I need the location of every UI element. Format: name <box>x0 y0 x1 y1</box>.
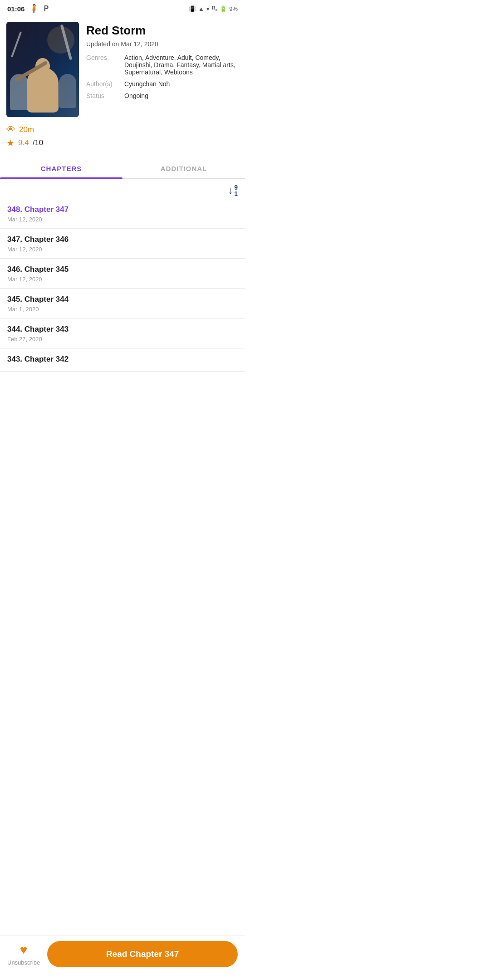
chapter-item-348[interactable]: 348. Chapter 347 Mar 12, 2020 <box>0 199 245 229</box>
manga-cover <box>6 22 79 117</box>
chapter-date-348: Mar 12, 2020 <box>7 216 238 223</box>
person-icon: 🧍 <box>29 4 39 14</box>
sort-num-top: 9 <box>234 184 238 191</box>
status-row: Status Ongoing <box>86 92 239 99</box>
patreon-icon: P <box>44 5 49 13</box>
status-label: Status <box>86 92 119 99</box>
chapter-title-344: 344. Chapter 343 <box>7 325 238 334</box>
author-row: Author(s) Cyungchan Noh <box>86 80 239 88</box>
chapter-title-346: 346. Chapter 345 <box>7 265 238 274</box>
chapter-item-346[interactable]: 346. Chapter 345 Mar 12, 2020 <box>0 259 245 289</box>
network-icon: Rx <box>212 5 217 12</box>
manga-title: Red Storm <box>86 24 239 38</box>
views-count: 20m <box>19 125 34 134</box>
wifi-icon: ▾ <box>206 5 210 12</box>
chapter-item-344[interactable]: 344. Chapter 343 Feb 27, 2020 <box>0 318 245 348</box>
rating-max: /10 <box>33 138 44 147</box>
vibrate-icon: 📳 <box>189 5 196 12</box>
rating-value: 9.4 <box>18 138 29 147</box>
manga-header: 👁 20m ★ 9.4/10 Red Storm Updated on Mar … <box>0 16 245 156</box>
sort-arrow-icon: ↓ <box>228 185 233 196</box>
battery-icon: 🔋 <box>220 5 227 12</box>
battery-percent: 9% <box>229 5 238 12</box>
chapter-date-347: Mar 12, 2020 <box>7 246 238 253</box>
chapter-date-346: Mar 12, 2020 <box>7 276 238 283</box>
status-bar: 01:06 🧍 P 📳 ▲ ▾ Rx 🔋 9% <box>0 0 245 16</box>
chapter-title-348: 348. Chapter 347 <box>7 205 238 214</box>
manga-info: Red Storm Updated on Mar 12, 2020 Genres… <box>86 22 239 104</box>
genres-label: Genres <box>86 54 119 61</box>
manga-updated: Updated on Mar 12, 2020 <box>86 40 239 48</box>
author-label: Author(s) <box>86 80 119 88</box>
rating-star-icon: ★ <box>6 137 15 148</box>
status-icons: 📳 ▲ ▾ Rx 🔋 9% <box>189 5 238 12</box>
genres-value: Action, Adventure, Adult, Comedy, Doujin… <box>124 54 239 76</box>
chapter-date-344: Feb 27, 2020 <box>7 336 238 343</box>
chapter-list: 348. Chapter 347 Mar 12, 2020 347. Chapt… <box>0 199 245 372</box>
chapter-item-343[interactable]: 343. Chapter 342 <box>0 348 245 372</box>
signal-icon: ▲ <box>198 5 204 12</box>
tabs: CHAPTERS ADDITIONAL <box>0 157 245 179</box>
chapter-title-343: 343. Chapter 342 <box>7 355 238 364</box>
chapter-title-345: 345. Chapter 344 <box>7 295 238 304</box>
chapter-item-345[interactable]: 345. Chapter 344 Mar 1, 2020 <box>0 289 245 318</box>
chapter-title-347: 347. Chapter 346 <box>7 235 238 244</box>
chapter-item-347[interactable]: 347. Chapter 346 Mar 12, 2020 <box>0 229 245 259</box>
status-time: 01:06 <box>7 5 24 13</box>
chapters-toolbar: ↓ 9 1 <box>0 179 245 199</box>
status-value: Ongoing <box>124 92 239 99</box>
manga-cover-wrap: 👁 20m ★ 9.4/10 <box>6 22 79 148</box>
manga-stats: 👁 20m ★ 9.4/10 <box>6 124 79 148</box>
tab-chapters[interactable]: CHAPTERS <box>0 157 122 178</box>
genres-row: Genres Action, Adventure, Adult, Comedy,… <box>86 54 239 76</box>
views-eye-icon: 👁 <box>6 124 15 135</box>
chapter-date-345: Mar 1, 2020 <box>7 306 238 313</box>
tab-additional[interactable]: ADDITIONAL <box>122 157 245 178</box>
author-value: Cyungchan Noh <box>124 80 239 88</box>
sort-num-bottom: 1 <box>234 191 238 197</box>
sort-button[interactable]: ↓ 9 1 <box>228 184 238 197</box>
